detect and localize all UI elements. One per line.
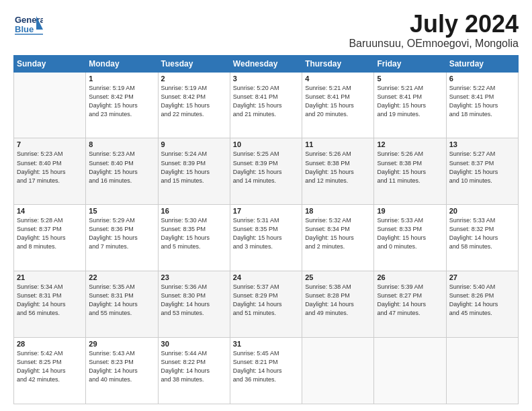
day-number: 21: [17, 273, 83, 281]
col-thursday: Thursday: [302, 55, 374, 72]
calendar-week-row: 14Sunrise: 5:28 AMSunset: 8:37 PMDayligh…: [14, 205, 519, 271]
table-row: 17Sunrise: 5:31 AMSunset: 8:35 PMDayligh…: [230, 205, 302, 271]
table-row: 13Sunrise: 5:27 AMSunset: 8:37 PMDayligh…: [446, 138, 518, 205]
col-sunday: Sunday: [14, 55, 86, 72]
day-detail: Sunrise: 5:42 AMSunset: 8:25 PMDaylight:…: [17, 349, 83, 384]
day-number: 4: [305, 75, 371, 83]
day-detail: Sunrise: 5:26 AMSunset: 8:38 PMDaylight:…: [305, 150, 371, 185]
logo: General Blue: [13, 11, 43, 40]
day-detail: Sunrise: 5:23 AMSunset: 8:40 PMDaylight:…: [17, 150, 83, 185]
day-number: 11: [305, 140, 371, 148]
day-number: 26: [377, 273, 443, 281]
day-number: 10: [233, 140, 299, 148]
day-detail: Sunrise: 5:21 AMSunset: 8:41 PMDaylight:…: [305, 84, 371, 119]
svg-text:Blue: Blue: [15, 24, 34, 34]
table-row: 25Sunrise: 5:38 AMSunset: 8:28 PMDayligh…: [302, 271, 374, 338]
day-detail: Sunrise: 5:37 AMSunset: 8:29 PMDaylight:…: [233, 283, 299, 318]
day-number: 18: [305, 207, 371, 215]
day-number: 29: [89, 340, 154, 348]
table-row: 7Sunrise: 5:23 AMSunset: 8:40 PMDaylight…: [14, 138, 86, 205]
day-detail: Sunrise: 5:43 AMSunset: 8:23 PMDaylight:…: [89, 349, 154, 384]
table-row: [446, 338, 518, 404]
calendar-week-row: 21Sunrise: 5:34 AMSunset: 8:31 PMDayligh…: [14, 271, 519, 338]
day-number: 31: [233, 340, 299, 348]
day-detail: Sunrise: 5:27 AMSunset: 8:37 PMDaylight:…: [449, 150, 515, 185]
day-number: 20: [449, 207, 515, 215]
day-detail: Sunrise: 5:35 AMSunset: 8:31 PMDaylight:…: [89, 283, 154, 318]
calendar-week-row: 28Sunrise: 5:42 AMSunset: 8:25 PMDayligh…: [14, 338, 519, 404]
day-number: 6: [449, 75, 515, 83]
day-detail: Sunrise: 5:19 AMSunset: 8:42 PMDaylight:…: [89, 84, 154, 119]
day-detail: Sunrise: 5:45 AMSunset: 8:21 PMDaylight:…: [233, 349, 299, 384]
table-row: 2Sunrise: 5:19 AMSunset: 8:42 PMDaylight…: [158, 72, 230, 138]
table-row: 14Sunrise: 5:28 AMSunset: 8:37 PMDayligh…: [14, 205, 86, 271]
table-row: 26Sunrise: 5:39 AMSunset: 8:27 PMDayligh…: [374, 271, 446, 338]
table-row: 9Sunrise: 5:24 AMSunset: 8:39 PMDaylight…: [158, 138, 230, 205]
table-row: 23Sunrise: 5:36 AMSunset: 8:30 PMDayligh…: [158, 271, 230, 338]
col-wednesday: Wednesday: [230, 55, 302, 72]
day-number: 19: [377, 207, 443, 215]
table-row: 22Sunrise: 5:35 AMSunset: 8:31 PMDayligh…: [86, 271, 158, 338]
day-detail: Sunrise: 5:21 AMSunset: 8:41 PMDaylight:…: [377, 84, 443, 119]
table-row: 30Sunrise: 5:44 AMSunset: 8:22 PMDayligh…: [158, 338, 230, 404]
day-number: 30: [161, 340, 227, 348]
table-row: 11Sunrise: 5:26 AMSunset: 8:38 PMDayligh…: [302, 138, 374, 205]
logo-icon: General Blue: [13, 11, 43, 40]
day-detail: Sunrise: 5:44 AMSunset: 8:22 PMDaylight:…: [161, 349, 227, 384]
day-number: 27: [449, 273, 515, 281]
table-row: 19Sunrise: 5:33 AMSunset: 8:33 PMDayligh…: [374, 205, 446, 271]
day-detail: Sunrise: 5:40 AMSunset: 8:26 PMDaylight:…: [449, 283, 515, 318]
calendar-week-row: 7Sunrise: 5:23 AMSunset: 8:40 PMDaylight…: [14, 138, 519, 205]
day-number: 9: [161, 140, 227, 148]
day-number: 13: [449, 140, 515, 148]
day-detail: Sunrise: 5:28 AMSunset: 8:37 PMDaylight:…: [17, 216, 83, 251]
day-detail: Sunrise: 5:32 AMSunset: 8:34 PMDaylight:…: [305, 216, 371, 251]
subtitle: Baruunsuu, OEmnoegovi, Mongolia: [349, 38, 519, 50]
day-number: 8: [89, 140, 154, 148]
table-row: 31Sunrise: 5:45 AMSunset: 8:21 PMDayligh…: [230, 338, 302, 404]
table-row: 12Sunrise: 5:26 AMSunset: 8:38 PMDayligh…: [374, 138, 446, 205]
col-monday: Monday: [86, 55, 158, 72]
day-detail: Sunrise: 5:30 AMSunset: 8:35 PMDaylight:…: [161, 216, 227, 251]
day-number: 15: [89, 207, 154, 215]
main-title: July 2024: [349, 11, 519, 38]
day-detail: Sunrise: 5:36 AMSunset: 8:30 PMDaylight:…: [161, 283, 227, 318]
calendar-table: Sunday Monday Tuesday Wednesday Thursday…: [13, 55, 519, 404]
table-row: 29Sunrise: 5:43 AMSunset: 8:23 PMDayligh…: [86, 338, 158, 404]
table-row: 5Sunrise: 5:21 AMSunset: 8:41 PMDaylight…: [374, 72, 446, 138]
table-row: 4Sunrise: 5:21 AMSunset: 8:41 PMDaylight…: [302, 72, 374, 138]
table-row: 6Sunrise: 5:22 AMSunset: 8:41 PMDaylight…: [446, 72, 518, 138]
day-number: 24: [233, 273, 299, 281]
table-row: 24Sunrise: 5:37 AMSunset: 8:29 PMDayligh…: [230, 271, 302, 338]
day-number: 1: [89, 75, 154, 83]
day-number: 12: [377, 140, 443, 148]
table-row: 20Sunrise: 5:33 AMSunset: 8:32 PMDayligh…: [446, 205, 518, 271]
day-number: 2: [161, 75, 227, 83]
day-detail: Sunrise: 5:34 AMSunset: 8:31 PMDaylight:…: [17, 283, 83, 318]
table-row: [14, 72, 86, 138]
day-detail: Sunrise: 5:39 AMSunset: 8:27 PMDaylight:…: [377, 283, 443, 318]
day-number: 5: [377, 75, 443, 83]
day-detail: Sunrise: 5:33 AMSunset: 8:33 PMDaylight:…: [377, 216, 443, 251]
col-saturday: Saturday: [446, 55, 518, 72]
table-row: 8Sunrise: 5:23 AMSunset: 8:40 PMDaylight…: [86, 138, 158, 205]
day-number: 14: [17, 207, 83, 215]
table-row: 28Sunrise: 5:42 AMSunset: 8:25 PMDayligh…: [14, 338, 86, 404]
day-detail: Sunrise: 5:20 AMSunset: 8:41 PMDaylight:…: [233, 84, 299, 119]
table-row: 10Sunrise: 5:25 AMSunset: 8:39 PMDayligh…: [230, 138, 302, 205]
day-detail: Sunrise: 5:26 AMSunset: 8:38 PMDaylight:…: [377, 150, 443, 185]
table-row: 27Sunrise: 5:40 AMSunset: 8:26 PMDayligh…: [446, 271, 518, 338]
calendar-week-row: 1Sunrise: 5:19 AMSunset: 8:42 PMDaylight…: [14, 72, 519, 138]
day-detail: Sunrise: 5:33 AMSunset: 8:32 PMDaylight:…: [449, 216, 515, 251]
day-number: 16: [161, 207, 227, 215]
table-row: [302, 338, 374, 404]
day-detail: Sunrise: 5:31 AMSunset: 8:35 PMDaylight:…: [233, 216, 299, 251]
day-detail: Sunrise: 5:22 AMSunset: 8:41 PMDaylight:…: [449, 84, 515, 119]
day-number: 23: [161, 273, 227, 281]
table-row: 3Sunrise: 5:20 AMSunset: 8:41 PMDaylight…: [230, 72, 302, 138]
day-number: 22: [89, 273, 154, 281]
calendar-header-row: Sunday Monday Tuesday Wednesday Thursday…: [14, 55, 519, 72]
table-row: 18Sunrise: 5:32 AMSunset: 8:34 PMDayligh…: [302, 205, 374, 271]
day-detail: Sunrise: 5:38 AMSunset: 8:28 PMDaylight:…: [305, 283, 371, 318]
page: General Blue July 2024 Baruunsuu, OEmnoe…: [0, 0, 532, 411]
